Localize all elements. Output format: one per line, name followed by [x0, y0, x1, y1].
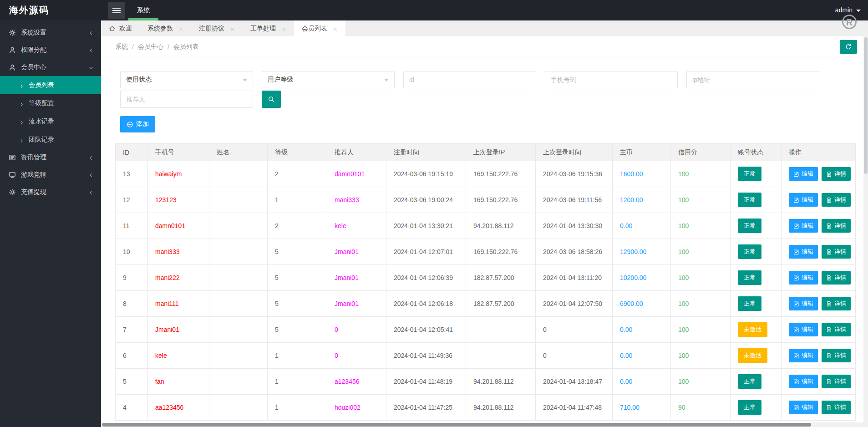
tab-close-icon [230, 26, 235, 31]
cell-credit: 100 [671, 213, 731, 239]
chevron-right-icon [19, 137, 24, 142]
edit-button[interactable]: 编辑 [789, 375, 818, 388]
cell-phone: mani111 [148, 291, 209, 317]
detail-button[interactable]: 详情 [822, 323, 851, 336]
table-header-row: ID手机号姓名等级推荐人注册时间上次登录IP上次登录时间主币信用分账号状态操作 [116, 144, 856, 161]
edit-button[interactable]: 编辑 [789, 271, 818, 285]
cell-last-ip: 94.201.88.112 [466, 213, 536, 239]
tab-register-agreement[interactable]: 注册协议 [191, 20, 243, 36]
sidebar-subitem-team-records[interactable]: 团队记录 [0, 131, 101, 149]
chevron-down-icon [243, 79, 247, 84]
cell-status: 未激活 [731, 317, 782, 343]
tab-member-list[interactable]: 会员列表 [294, 20, 345, 36]
breadcrumb-item[interactable]: 系统 [115, 43, 128, 51]
referrer-input[interactable] [120, 91, 253, 108]
cell-phone: kele [148, 343, 209, 369]
cell-reg-time: 2024-01-04 12:07:01 [386, 239, 466, 265]
sidebar-item-permissions[interactable]: 权限分配 [0, 41, 101, 59]
sidebar-subitem-flow-records[interactable]: 流水记录 [0, 112, 101, 131]
detail-button-label: 详情 [834, 274, 846, 282]
chevron-left-icon [88, 47, 94, 53]
sidebar-subitem-member-list[interactable]: 会员列表 [0, 76, 101, 94]
cell-coin: 1600.00 [613, 161, 671, 187]
detail-button[interactable]: 详情 [822, 349, 851, 362]
edit-button[interactable]: 编辑 [789, 297, 818, 310]
tab-label: 会员列表 [302, 25, 327, 33]
cell-name [209, 291, 268, 317]
document-icon [826, 301, 832, 307]
column-header: 上次登录IP [466, 144, 536, 161]
sidebar-subitem-level-config[interactable]: 等级配置 [0, 94, 101, 112]
edit-button[interactable]: 编辑 [789, 401, 818, 414]
sidebar-subitem-label: 团队记录 [29, 136, 54, 144]
detail-button[interactable]: 详情 [822, 375, 851, 388]
detail-button[interactable]: 详情 [822, 245, 851, 259]
edit-button[interactable]: 编辑 [789, 245, 818, 259]
home-icon [109, 25, 116, 32]
phone-input[interactable] [545, 71, 678, 88]
add-button[interactable]: 添加 [120, 116, 155, 132]
detail-button[interactable]: 详情 [822, 167, 851, 181]
cell-last-ip: 94.201.88.112 [466, 395, 536, 421]
cell-referrer: Jmani01 [327, 291, 386, 317]
breadcrumb-item[interactable]: 会员中心 [138, 43, 163, 51]
edit-icon [793, 249, 799, 255]
edit-button[interactable]: 编辑 [789, 323, 818, 336]
search-button[interactable] [262, 91, 281, 108]
edit-button[interactable]: 编辑 [789, 219, 818, 233]
cell-level: 1 [268, 187, 327, 213]
sidebar-item-recharge-withdraw[interactable]: 充值提现 [0, 183, 101, 201]
cell-status: 正常 [731, 187, 782, 213]
caret-down-icon [856, 10, 861, 14]
cell-phone: damn0101 [148, 213, 209, 239]
detail-button[interactable]: 详情 [822, 219, 851, 233]
edit-button[interactable]: 编辑 [789, 349, 818, 362]
id-input[interactable] [403, 71, 536, 88]
cell-referrer: Jmani01 [327, 239, 386, 265]
status-select[interactable]: 使用状态 [120, 71, 253, 88]
cell-name [209, 395, 268, 421]
tab-system-params[interactable]: 系统参数 [140, 20, 191, 36]
sidebar-item-game-guess[interactable]: 游戏竞猜 [0, 166, 101, 183]
column-header: 推荐人 [327, 144, 386, 161]
cell-coin: 0.00 [613, 317, 671, 343]
cell-level: 5 [268, 291, 327, 317]
sidebar-item-news-manage[interactable]: 资讯管理 [0, 149, 101, 166]
chevron-down-icon [88, 65, 94, 70]
horizontal-scrollbar-thumb[interactable] [102, 423, 811, 427]
detail-button[interactable]: 详情 [822, 193, 851, 207]
refresh-button[interactable] [840, 40, 857, 54]
app-logo: 海外源码 [0, 0, 101, 20]
tab-label: 注册协议 [199, 25, 224, 33]
cell-credit: 100 [671, 265, 731, 291]
add-button-label: 添加 [136, 120, 149, 128]
level-select[interactable]: 用户等级 [262, 71, 395, 88]
tab-welcome[interactable]: 欢迎 [101, 20, 140, 36]
menu-toggle-button[interactable] [108, 2, 125, 19]
sidebar-item-system-settings[interactable]: 系统设置 [0, 24, 101, 41]
top-nav-system[interactable]: 系统 [128, 0, 158, 20]
detail-button[interactable]: 详情 [822, 271, 851, 285]
sidebar-subitem-label: 流水记录 [29, 117, 54, 126]
breadcrumb-item[interactable]: 会员列表 [173, 43, 199, 51]
horizontal-scrollbar[interactable] [101, 422, 863, 427]
cell-credit: 100 [671, 291, 731, 317]
cell-credit: 100 [671, 239, 731, 265]
detail-button[interactable]: 详情 [822, 401, 851, 414]
cell-level: 5 [268, 317, 327, 343]
tab-work-orders[interactable]: 工单处理 [243, 20, 294, 36]
breadcrumb: 系统/会员中心/会员列表 [115, 43, 199, 51]
detail-button-label: 详情 [834, 403, 846, 412]
detail-button[interactable]: 详情 [822, 297, 851, 310]
ip-input[interactable] [686, 71, 819, 88]
edit-icon [793, 405, 799, 411]
plus-circle-icon [127, 121, 133, 128]
sidebar-item-member-center[interactable]: 会员中心 [0, 59, 101, 76]
edit-button[interactable]: 编辑 [789, 167, 818, 181]
edit-button[interactable]: 编辑 [789, 193, 818, 207]
vertical-scrollbar[interactable] [863, 36, 868, 422]
vertical-scrollbar-thumb[interactable] [864, 37, 868, 174]
user-menu[interactable]: admin [835, 0, 861, 20]
cell-referrer: damn0101 [327, 161, 386, 187]
tab-close-icon [333, 26, 338, 31]
